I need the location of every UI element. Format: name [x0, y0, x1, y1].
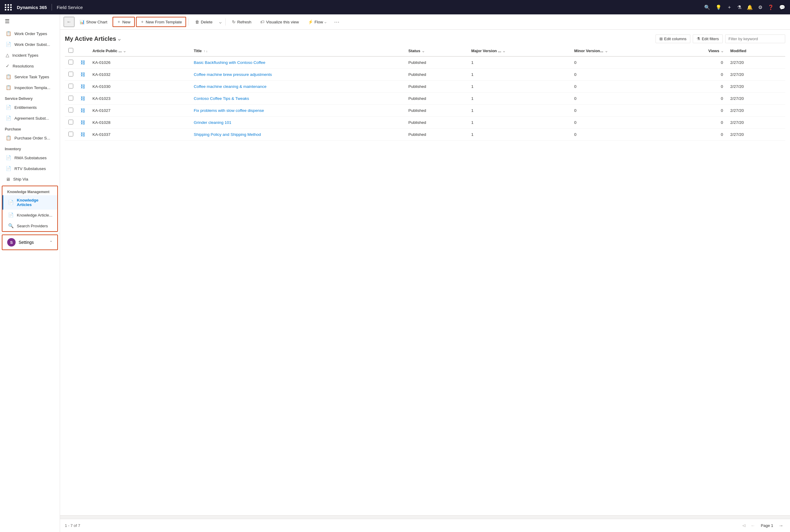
row-checkbox-3[interactable] — [69, 96, 73, 100]
sidebar-item-knowledge-articles[interactable]: 📄 Knowledge Articles — [2, 195, 57, 210]
filter-icon[interactable]: ⚗ — [737, 4, 741, 10]
row-checkbox-5[interactable] — [69, 120, 73, 125]
col-header-views[interactable]: Views ⌵ — [672, 45, 727, 56]
row-checkbox-4[interactable] — [69, 108, 73, 112]
delete-dropdown-button[interactable]: ⌵ — [218, 17, 223, 26]
keyword-filter-input[interactable] — [725, 35, 785, 43]
row-title-link-2[interactable]: Coffee machine cleaning & maintenance — [194, 84, 267, 89]
sidebar-item-rma-substatuses[interactable]: 📄 RMA Substatuses — [0, 152, 60, 163]
row-title-link-1[interactable]: Coffee machine brew pressure adjustments — [194, 72, 272, 77]
settings-expand-icon: ⌃ — [50, 240, 53, 244]
row-status-1: Published — [405, 69, 467, 81]
row-status-4: Published — [405, 104, 467, 117]
sidebar-item-search-providers[interactable]: 🔍 Search Providers — [2, 221, 57, 231]
sidebar-item-work-order-subst[interactable]: 📄 Work Order Subst... — [0, 39, 60, 50]
row-title-link-0[interactable]: Basic Backflushing with Contoso Coffee — [194, 60, 265, 65]
horizontal-scrollbar[interactable] — [60, 515, 790, 519]
row-checkbox-6[interactable] — [69, 132, 73, 136]
row-title-link-6[interactable]: Shipping Policy and Shipping Method — [194, 132, 261, 137]
row-title-1: Coffee machine brew pressure adjustments — [190, 69, 405, 81]
sidebar-item-ship-via[interactable]: 🖥 Ship Via — [0, 174, 60, 185]
hierarchy-icon-4[interactable]: ⛓ — [80, 108, 85, 113]
row-checkbox-1[interactable] — [69, 72, 73, 76]
row-title-link-3[interactable]: Contoso Coffee Tips & Tweaks — [194, 96, 249, 101]
chart-icon: 📊 — [79, 19, 85, 24]
back-button[interactable]: ← — [63, 17, 74, 27]
settings-item[interactable]: S Settings ⌃ — [2, 234, 58, 250]
edit-columns-button[interactable]: ⊞ Edit columns — [656, 35, 690, 43]
sidebar-item-inspection-templa[interactable]: 📋 Inspection Templa... — [0, 82, 60, 93]
view-title-dropdown[interactable]: ⌵ — [118, 37, 121, 41]
row-title-link-5[interactable]: Grinder cleaning 101 — [194, 120, 232, 125]
flow-chevron: ⌵ — [325, 20, 327, 24]
flow-button[interactable]: ⚡ Flow ⌵ — [304, 17, 331, 26]
row-hierarchy-6: ⛓ — [77, 129, 89, 141]
row-views-0: 0 — [672, 56, 727, 69]
row-title-2: Coffee machine cleaning & maintenance — [190, 81, 405, 93]
row-check-0 — [65, 56, 77, 69]
help-icon[interactable]: ❓ — [768, 4, 774, 10]
service-delivery-section-label: Service Delivery — [0, 93, 60, 102]
sidebar-item-purchase-order-s[interactable]: 📋 Purchase Order S... — [0, 133, 60, 143]
new-button[interactable]: ＋ New — [113, 17, 135, 27]
hierarchy-icon-6[interactable]: ⛓ — [80, 132, 85, 137]
sidebar-item-entitlements[interactable]: 📄 Entitlements — [0, 102, 60, 113]
row-title-0: Basic Backflushing with Contoso Coffee — [190, 56, 405, 69]
show-chart-button[interactable]: 📊 Show Chart — [76, 17, 111, 26]
search-providers-icon: 🔍 — [8, 223, 14, 229]
select-all-checkbox[interactable] — [69, 48, 73, 53]
col-header-major-version[interactable]: Major Version ... ⌵ — [467, 45, 571, 56]
first-page-button[interactable]: ⊲ — [740, 521, 748, 530]
row-checkbox-0[interactable] — [69, 60, 73, 64]
new-icon: ＋ — [117, 19, 121, 24]
incident-types-icon: △ — [6, 53, 9, 58]
new-record-icon[interactable]: ＋ — [727, 4, 732, 11]
rtv-substatuses-icon: 📄 — [6, 166, 12, 171]
feedback-icon[interactable]: 💬 — [779, 4, 785, 10]
sidebar-item-service-task-types[interactable]: 📋 Service Task Types — [0, 71, 60, 82]
sidebar-item-agreement-subst[interactable]: 📄 Agreement Subst... — [0, 113, 60, 124]
col-sort-article-num: ⌵ — [124, 50, 126, 53]
lightbulb-icon[interactable]: 💡 — [716, 4, 721, 10]
notifications-icon[interactable]: 🔔 — [747, 4, 753, 10]
prev-page-button[interactable]: ← — [749, 522, 757, 530]
sidebar-item-rtv-substatuses[interactable]: 📄 RTV Substatuses — [0, 163, 60, 174]
col-header-minor-version[interactable]: Minor Version... ⌵ — [571, 45, 672, 56]
settings-icon[interactable]: ⚙ — [758, 4, 763, 10]
delete-button[interactable]: 🗑 Delete — [191, 17, 216, 26]
new-from-template-button[interactable]: ＋ New From Template — [136, 17, 186, 27]
hierarchy-icon-0[interactable]: ⛓ — [80, 60, 85, 65]
row-title-link-4[interactable]: Fix problems with slow coffee dispense — [194, 108, 264, 113]
sidebar-item-work-order-types[interactable]: 📋 Work Order Types — [0, 28, 60, 39]
hierarchy-icon-3[interactable]: ⛓ — [80, 96, 85, 101]
search-icon[interactable]: 🔍 — [704, 4, 710, 10]
hierarchy-icon-5[interactable]: ⛓ — [80, 120, 85, 125]
sidebar-item-knowledge-article-t[interactable]: 📄 Knowledge Article... — [2, 210, 57, 221]
table-row: ⛓ KA-01026 Basic Backflushing with Conto… — [65, 56, 785, 69]
next-page-button[interactable]: → — [777, 522, 785, 530]
refresh-button[interactable]: ↻ Refresh — [228, 17, 255, 26]
sidebar-toggle[interactable]: ☰ — [0, 14, 60, 28]
inspection-templa-icon: 📋 — [6, 85, 12, 90]
edit-filters-button[interactable]: ⚗ Edit filters — [693, 35, 723, 43]
hierarchy-icon-1[interactable]: ⛓ — [80, 72, 85, 77]
top-nav-actions: 🔍 💡 ＋ ⚗ 🔔 ⚙ ❓ 💬 — [704, 4, 785, 11]
visualize-button[interactable]: 🏷 Visualize this view — [256, 17, 302, 26]
data-table: Article Public ... ⌵ Title ↑ ↓ Status ⌵ — [65, 45, 785, 141]
col-header-article-public-num[interactable]: Article Public ... ⌵ — [89, 45, 190, 56]
row-check-3 — [65, 93, 77, 104]
page-label: Page 1 — [758, 522, 776, 529]
sidebar-item-incident-types[interactable]: △ Incident Types — [0, 50, 60, 61]
col-header-modified[interactable]: Modified — [727, 45, 785, 56]
col-header-title[interactable]: Title ↑ ↓ — [190, 45, 405, 56]
more-options-button[interactable]: ⋯ — [332, 17, 342, 27]
row-checkbox-2[interactable] — [69, 84, 73, 89]
row-views-4: 0 — [672, 104, 727, 117]
row-article-num-5: KA-01028 — [89, 117, 190, 129]
col-header-status[interactable]: Status ⌵ — [405, 45, 467, 56]
row-views-3: 0 — [672, 93, 727, 104]
hierarchy-icon-2[interactable]: ⛓ — [80, 84, 85, 89]
app-launcher-button[interactable] — [5, 4, 12, 11]
sidebar-item-resolutions[interactable]: ✓ Resolutions — [0, 61, 60, 71]
visualize-icon: 🏷 — [260, 19, 264, 24]
